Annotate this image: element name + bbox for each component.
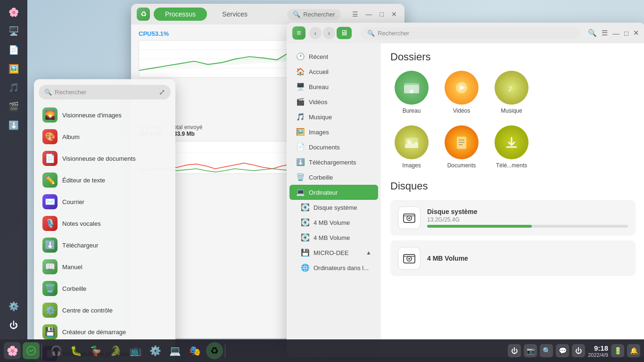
fm-search-btn[interactable]: 🔍 [588,29,597,37]
sidebar-icon-monitor[interactable]: 🖥️ [5,23,22,40]
close-button[interactable]: ✕ [389,9,399,19]
net-sent: Total envoyé 233.9 Mb [171,124,202,137]
taskbar-app-sysmon[interactable] [23,342,40,359]
fm-search-placeholder: Rechercher [378,30,409,37]
sidebar-icon-video[interactable]: 🎬 [5,98,22,115]
taskbar-media[interactable]: 📺 [127,342,144,359]
expand-icon[interactable]: ⤢ [159,88,165,97]
system-monitor-search[interactable]: 🔍 Rechercher [287,9,340,20]
taskbar-bug[interactable]: 🐛 [67,342,84,359]
sidebar-icon-music[interactable]: 🎵 [5,79,22,96]
taskbar-search-sys[interactable]: 🔍 [540,344,553,357]
sidebar-icon-docs[interactable]: 📄 [5,41,22,58]
sidebar-item-home[interactable]: 🏠 Accueil [289,64,378,79]
network-label: Ordinateurs dans l... [314,264,369,272]
tab-services[interactable]: Services [211,8,259,21]
disk-system-size: 13.2G/25.4G [427,216,628,223]
nav-computer-button[interactable]: 🖥 [337,27,352,39]
fm-menu-btn[interactable]: ☰ [602,29,608,37]
recent-label: Récent [309,53,328,60]
folder-videos[interactable]: Vidéos [440,71,483,114]
maximize-button[interactable]: □ [378,9,386,19]
folders-grid: Bureau Vidéos [390,71,636,114]
sidebar-item-recent[interactable]: 🕐 Récent [289,49,378,64]
images-label: Images [309,129,329,136]
fm-maximize-btn[interactable]: □ [624,29,628,37]
file-manager-sidebar: 🕐 Récent 🏠 Accueil 🖥️ Bureau 🎬 Vidéos 🎵 [287,43,381,357]
sidebar-item-network[interactable]: 🌐 Ordinateurs dans l... [289,260,378,275]
launcher-item-text-editor[interactable]: ✏️ Éditeur de texte [36,169,173,191]
sidebar-item-music[interactable]: 🎵 Musique [289,109,378,124]
taskbar-theater[interactable]: 🎭 [186,342,203,359]
documents-icon: 📄 [296,143,305,151]
taskbar-camera[interactable]: 📷 [524,344,537,357]
launcher-item-album[interactable]: 🎨 Album [36,126,173,148]
menu-icon[interactable]: ☰ [350,9,360,19]
documents-label: Documents [309,144,340,151]
taskbar-headphones[interactable]: 🎧 [48,342,65,359]
launcher-item-voice-notes[interactable]: 🎙️ Notes vocales [36,213,173,234]
taskbar-croc[interactable]: 🐊 [107,342,124,359]
fm-close-btn[interactable]: ✕ [633,29,639,37]
nav-forward-button[interactable]: › [323,27,335,39]
minimize-button[interactable]: — [364,9,374,19]
tab-processus[interactable]: Processus [154,8,207,21]
launcher-item-control-center[interactable]: ⚙️ Centre de contrôle [36,299,173,321]
disk-card-system[interactable]: Disque système 13.2G/25.4G [390,200,636,236]
taskbar-duck[interactable]: 🦆 [87,342,104,359]
taskbar-battery[interactable]: 🔋 [611,344,624,357]
sidebar-item-trash[interactable]: 🗑️ Corbeille [289,170,378,185]
launcher-item-manual[interactable]: 📖 Manuel [36,256,173,278]
vol1-label: 4 MB Volume [314,219,350,226]
sidebar-item-videos[interactable]: 🎬 Vidéos [289,94,378,109]
vol2-icon: 💽 [301,233,310,242]
sidebar-item-computer[interactable]: 💻 Ordinateur [289,185,378,200]
disk-card-4mb[interactable]: 4 MB Volume [390,240,636,276]
sidebar-icon-home[interactable]: 🌸 [5,4,22,21]
taskbar-chat[interactable]: 💬 [556,344,569,357]
nav-back-button[interactable]: ‹ [309,27,322,39]
home-label: Accueil [309,68,329,75]
taskbar-power[interactable]: ⏻ [508,344,521,357]
sidebar-item-images[interactable]: 🖼️ Images [289,124,378,140]
folder-documents[interactable]: Documents [440,125,483,169]
file-manager-search[interactable]: 🔍 Rechercher [361,27,580,39]
sidebar-item-vol1[interactable]: 💽 4 MB Volume [289,215,378,230]
sidebar-icon-power[interactable]: ⏻ [5,317,22,334]
folder-musique[interactable]: ♪ Musique [490,71,533,114]
launcher-search-placeholder: Rechercher [55,89,86,96]
bureau-folder-icon [395,71,429,105]
launcher-item-image-viewer[interactable]: 🌄 Visionneuse d'images [36,104,173,126]
fm-window-controls: 🔍 ☰ — □ ✕ [588,29,639,37]
launcher-item-mail[interactable]: ✉️ Courrier [36,191,173,213]
taskbar: 🌸 🎧 🐛 🦆 🐊 📺 ⚙️ 💻 🎭 ♻ ⏻ 📷 🔍 💬 ⏻ 9:18 [0,339,644,362]
launcher-item-trash[interactable]: 🗑️ Corbeille [36,278,173,299]
taskbar-shutdown[interactable]: ⏻ [572,344,585,357]
fm-minimize-btn[interactable]: — [612,29,619,37]
sidebar-icon-download[interactable]: ⬇️ [5,117,22,134]
sidebar-item-downloads[interactable]: ⬇️ Téléchargements [289,155,378,170]
taskbar-sysmon2[interactable]: ♻ [206,342,223,359]
launcher-search[interactable]: 🔍 Rechercher ⤢ [39,85,171,99]
eject-icon[interactable]: ▲ [366,249,372,256]
folder-bureau[interactable]: Bureau [390,71,433,114]
sidebar-item-system-disk[interactable]: 💽 Disque système [289,200,378,215]
folder-images[interactable]: Images [390,125,433,169]
taskbar-terminal[interactable]: 💻 [166,342,183,359]
folder-downloads[interactable]: Télé...ments [490,125,533,169]
sidebar-item-vol2[interactable]: 💽 4 MB Volume [289,230,378,245]
micro-dee-icon: 💾 [301,248,310,257]
launcher-item-downloader[interactable]: ⬇️ Téléchargeur [36,234,173,256]
sidebar-item-desktop[interactable]: 🖥️ Bureau [289,79,378,94]
taskbar-app-launcher[interactable]: 🌸 [4,342,21,359]
sidebar-item-documents[interactable]: 📄 Documents [289,140,378,155]
launcher-item-doc-viewer[interactable]: 📄 Visionneuse de documents [36,148,173,169]
sidebar-item-micro-dee[interactable]: 💾 MICRO-DEE ▲ [289,245,378,260]
sidebar-icon-images[interactable]: 🖼️ [5,60,22,77]
left-sidebar: 🌸 🖥️ 📄 🖼️ 🎵 🎬 ⬇️ ⚙️ ⏻ [0,0,27,339]
taskbar-notification[interactable]: 🔔 [627,344,640,357]
sidebar-icon-settings[interactable]: ⚙️ [5,298,22,315]
control-center-icon: ⚙️ [42,303,58,318]
videos-folder-label: Vidéos [453,107,470,114]
taskbar-gear[interactable]: ⚙️ [147,342,164,359]
